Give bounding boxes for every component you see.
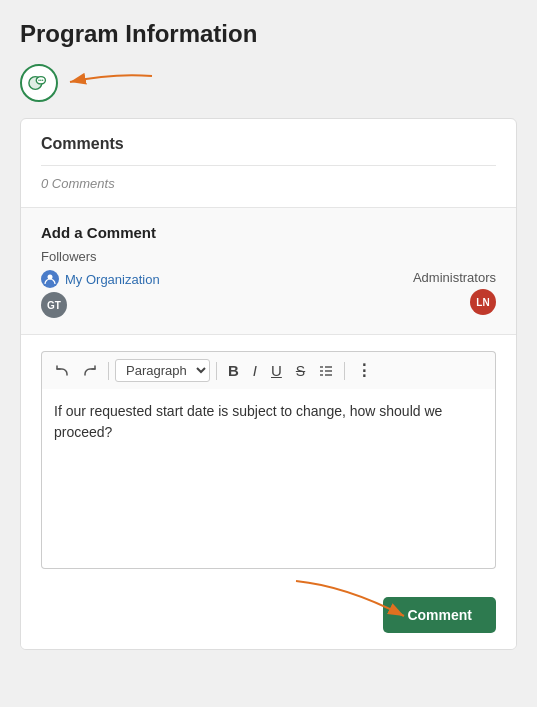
toolbar-divider-1 bbox=[108, 362, 109, 380]
arrow-annotation-top bbox=[62, 68, 162, 98]
add-comment-title: Add a Comment bbox=[41, 224, 496, 241]
editor-text: If our requested start date is subject t… bbox=[54, 403, 442, 440]
editor-area[interactable]: If our requested start date is subject t… bbox=[41, 389, 496, 569]
editor-toolbar: Paragraph B I U S ⋮ bbox=[41, 351, 496, 389]
undo-button[interactable] bbox=[50, 361, 74, 381]
comments-count: 0 Comments bbox=[41, 176, 496, 191]
org-name: My Organization bbox=[65, 272, 160, 287]
follower-left: My Organization GT bbox=[41, 270, 160, 318]
svg-point-5 bbox=[42, 80, 43, 81]
comments-header: Comments bbox=[41, 135, 496, 166]
avatar-ln[interactable]: LN bbox=[470, 289, 496, 315]
svg-point-3 bbox=[38, 80, 39, 81]
chat-icon-button[interactable] bbox=[20, 64, 58, 102]
comments-card: Comments 0 Comments Add a Comment Follow… bbox=[20, 118, 517, 650]
list-button[interactable] bbox=[314, 361, 338, 381]
toolbar-divider-3 bbox=[344, 362, 345, 380]
toolbar-divider-2 bbox=[216, 362, 217, 380]
org-item[interactable]: My Organization bbox=[41, 270, 160, 288]
svg-point-4 bbox=[40, 80, 41, 81]
avatar-gt[interactable]: GT bbox=[41, 292, 67, 318]
bold-button[interactable]: B bbox=[223, 359, 244, 382]
comments-header-section: Comments 0 Comments bbox=[21, 119, 516, 208]
more-button[interactable]: ⋮ bbox=[351, 358, 378, 383]
bottom-row: Comment bbox=[21, 585, 516, 649]
paragraph-select[interactable]: Paragraph bbox=[115, 359, 210, 382]
strikethrough-button[interactable]: S bbox=[291, 360, 310, 382]
page-title: Program Information bbox=[20, 20, 517, 48]
redo-button[interactable] bbox=[78, 361, 102, 381]
editor-section: Paragraph B I U S ⋮ If our requested sta… bbox=[21, 335, 516, 585]
italic-button[interactable]: I bbox=[248, 359, 262, 382]
org-icon bbox=[41, 270, 59, 288]
underline-button[interactable]: U bbox=[266, 359, 287, 382]
arrow-annotation-bottom bbox=[286, 571, 416, 631]
followers-label: Followers bbox=[41, 249, 496, 264]
followers-row: My Organization GT Administrators LN bbox=[41, 270, 496, 318]
add-comment-section: Add a Comment Followers My Organization … bbox=[21, 208, 516, 335]
admin-label: Administrators bbox=[413, 270, 496, 285]
follower-right: Administrators LN bbox=[413, 270, 496, 315]
